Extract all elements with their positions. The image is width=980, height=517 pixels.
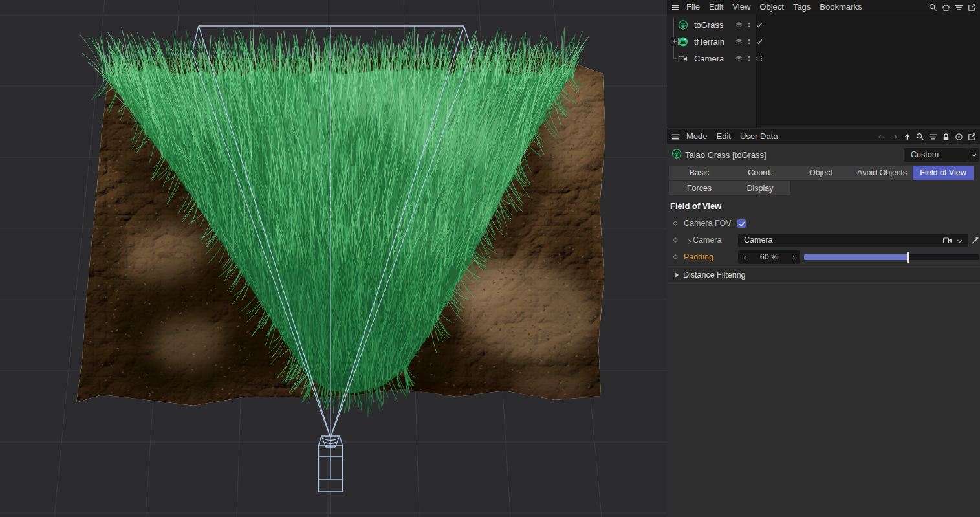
menu-tags[interactable]: Tags xyxy=(789,0,815,14)
camera-fov-checkbox[interactable] xyxy=(737,219,746,228)
viewport-3d[interactable] xyxy=(0,0,667,517)
field-label-camera: Camera xyxy=(693,236,721,245)
layers-icon[interactable] xyxy=(734,53,744,63)
attribute-manager-menus: ModeEditUser Data xyxy=(682,129,782,144)
slider-handle[interactable] xyxy=(907,252,909,263)
menu-file[interactable]: File xyxy=(682,0,704,14)
eyedropper-icon[interactable] xyxy=(970,235,980,245)
camera-gizmo[interactable] xyxy=(319,436,343,514)
preset-chevron-icon[interactable] xyxy=(968,148,979,162)
dashedbox-icon[interactable] xyxy=(754,53,765,63)
tab-coord-[interactable]: Coord. xyxy=(730,166,790,180)
object-manager-list[interactable]: toGrasstfTerrainCamera xyxy=(667,14,980,127)
check-icon[interactable] xyxy=(754,36,765,47)
section-distance-filtering[interactable]: Distance Filtering xyxy=(668,267,980,283)
object-tags xyxy=(734,53,765,63)
grass-object-icon xyxy=(678,19,688,30)
tab-basic[interactable]: Basic xyxy=(669,166,730,180)
attribute-manager-menubar: ModeEditUser Data xyxy=(667,129,980,144)
layers-icon[interactable] xyxy=(734,36,744,47)
grass-object-icon xyxy=(671,148,682,159)
dots-icon[interactable] xyxy=(744,19,754,30)
filter-icon[interactable] xyxy=(928,131,938,142)
field-row-camera-fov: Camera FOV xyxy=(667,217,980,231)
terrain-object-icon xyxy=(678,36,688,47)
padding-stepper[interactable]: 60 % xyxy=(738,250,800,264)
triangle-right-icon xyxy=(673,270,681,280)
menu-icon[interactable] xyxy=(670,131,681,142)
right-panel: FileEditViewObjectTagsBookmarks toGrasst… xyxy=(667,0,980,517)
object-label: toGrass xyxy=(694,20,724,30)
search-icon[interactable] xyxy=(928,2,938,12)
check-icon[interactable] xyxy=(754,19,765,30)
field-label-padding: Padding xyxy=(684,252,713,261)
search-icon[interactable] xyxy=(915,131,925,142)
preset-dropdown[interactable]: Custom xyxy=(904,148,968,162)
menu-view[interactable]: View xyxy=(728,0,755,14)
keyframe-diamond-icon[interactable] xyxy=(671,253,679,261)
layers-icon[interactable] xyxy=(734,19,744,30)
object-manager-toolbar xyxy=(926,2,978,12)
object-manager-menus: FileEditViewObjectTagsBookmarks xyxy=(682,0,866,14)
attribute-manager-toolbar xyxy=(875,131,978,142)
target-icon[interactable] xyxy=(953,131,964,142)
camera-link-value: Camera xyxy=(744,234,772,247)
keyframe-diamond-icon[interactable] xyxy=(671,219,679,227)
object-row-camera[interactable]: Camera xyxy=(667,50,756,66)
field-label-camera-fov: Camera FOV xyxy=(684,219,732,228)
increment-arrow-icon[interactable] xyxy=(789,252,799,263)
up-icon[interactable] xyxy=(902,131,912,142)
application-window: FileEditViewObjectTagsBookmarks toGrasst… xyxy=(0,0,980,517)
tab-avoid-objects[interactable]: Avoid Objects xyxy=(851,166,913,180)
menu-edit[interactable]: Edit xyxy=(712,129,735,144)
menu-object[interactable]: Object xyxy=(755,0,789,14)
object-label: tfTerrain xyxy=(694,37,724,47)
object-tags xyxy=(734,19,765,30)
tab-object[interactable]: Object xyxy=(790,166,851,180)
object-row-tfterrain[interactable]: tfTerrain xyxy=(667,34,756,49)
section-header: Field of View xyxy=(670,201,721,211)
field-row-padding: Padding 60 % xyxy=(667,250,980,265)
filter-icon[interactable] xyxy=(953,2,964,12)
keyframe-diamond-icon[interactable] xyxy=(671,236,679,244)
back-icon[interactable] xyxy=(876,131,886,142)
tab-forces[interactable]: Forces xyxy=(669,181,730,195)
tab-display[interactable]: Display xyxy=(730,181,790,195)
object-manager-menubar: FileEditViewObjectTagsBookmarks xyxy=(667,0,980,14)
popout-icon[interactable] xyxy=(966,131,977,142)
dots-icon[interactable] xyxy=(744,36,754,47)
dots-icon[interactable] xyxy=(744,53,754,63)
menu-edit[interactable]: Edit xyxy=(704,0,728,14)
camera-object-icon xyxy=(678,53,688,63)
menu-bookmarks[interactable]: Bookmarks xyxy=(815,0,866,14)
distance-filtering-label: Distance Filtering xyxy=(683,270,746,280)
object-title: Taiao Grass [toGrass] xyxy=(685,150,767,160)
object-tags xyxy=(734,36,765,47)
scene-canvas xyxy=(0,0,667,517)
forward-icon[interactable] xyxy=(889,131,899,142)
home-icon[interactable] xyxy=(941,2,951,12)
object-label: Camera xyxy=(694,54,724,63)
attribute-panel: Taiao Grass [toGrass] Custom BasicCoord.… xyxy=(667,144,980,517)
camera-icon xyxy=(942,235,953,245)
camera-link-field[interactable]: Camera xyxy=(738,234,968,247)
tab-field-of-view[interactable]: Field of View xyxy=(913,166,974,180)
chevron-down-icon[interactable] xyxy=(954,236,964,246)
menu-icon[interactable] xyxy=(670,2,681,12)
padding-slider[interactable] xyxy=(804,254,979,260)
menu-mode[interactable]: Mode xyxy=(682,129,712,144)
popout-icon[interactable] xyxy=(966,2,977,12)
lock-icon[interactable] xyxy=(941,131,951,142)
field-row-camera: Camera Camera xyxy=(667,234,980,248)
slider-fill xyxy=(804,254,908,260)
preset-value: Custom xyxy=(911,150,939,159)
object-row-tograss[interactable]: toGrass xyxy=(667,17,756,32)
menu-user-data[interactable]: User Data xyxy=(735,129,783,144)
